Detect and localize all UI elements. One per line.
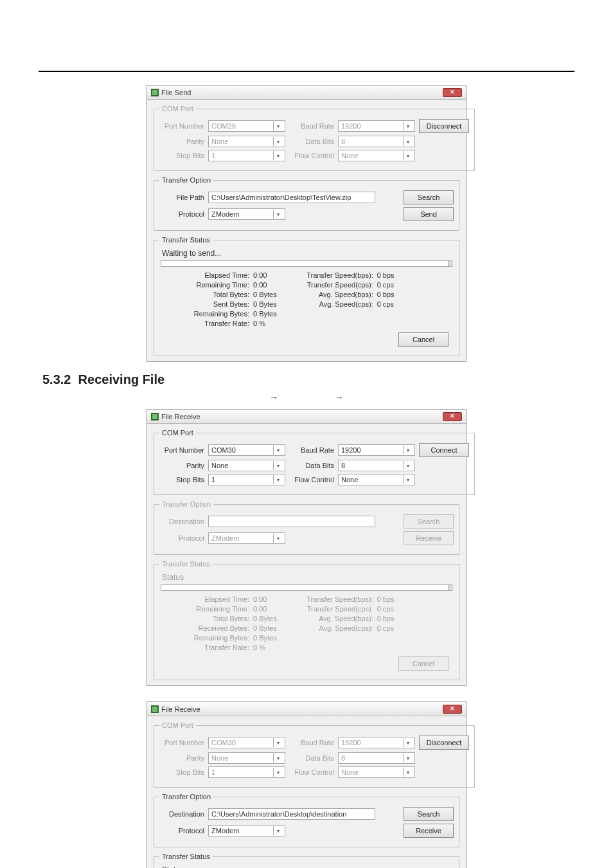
chevron-down-icon: ▾	[273, 461, 282, 470]
stats-right: Transfer Speed(bps):0 bps Transfer Speed…	[296, 595, 395, 653]
port-number-select[interactable]: COM29▾	[208, 120, 285, 132]
parity-select[interactable]: None▾	[208, 752, 285, 764]
destination-input[interactable]: C:\Users\Administrator\Desktop\destinati…	[208, 808, 375, 820]
svg-rect-5	[152, 707, 157, 712]
stop-bits-label: Stop Bits	[159, 768, 204, 776]
group-legend: Transfer Option	[159, 500, 213, 508]
search-button[interactable]: Search	[404, 514, 454, 529]
send-button[interactable]: Send	[404, 207, 454, 221]
port-number-select[interactable]: COM30▾	[208, 737, 285, 748]
file-receive-dialog: File Receive ✕ COM Port Port Number COM3…	[147, 701, 466, 868]
close-icon[interactable]: ✕	[443, 412, 462, 421]
cancel-button[interactable]: Cancel	[398, 656, 449, 671]
progress-bar	[161, 584, 452, 591]
destination-label: Destination	[159, 518, 204, 525]
protocol-label: Protocol	[159, 210, 204, 218]
dialog-title: File Receive	[161, 413, 200, 420]
app-icon	[151, 705, 159, 713]
close-icon[interactable]: ✕	[443, 88, 462, 97]
parity-label: Parity	[159, 462, 204, 469]
stop-bits-select[interactable]: 1▾	[208, 766, 285, 778]
arrow-right-icon: →	[269, 392, 278, 402]
flow-control-select[interactable]: None▾	[338, 766, 415, 778]
flow-control-select[interactable]: None▾	[338, 474, 415, 485]
com-port-group: COM Port Port Number COM29▾ Baud Rate 19…	[154, 105, 475, 171]
file-send-dialog: File Send ✕ COM Port Port Number COM29▾ …	[147, 85, 466, 362]
chevron-down-icon: ▾	[403, 461, 412, 470]
stats-left: Elapsed Time:0:00 Remaining Time:0:00 To…	[172, 595, 277, 653]
chevron-down-icon: ▾	[273, 754, 282, 763]
chevron-down-icon: ▾	[273, 826, 282, 835]
parity-select[interactable]: None▾	[208, 460, 285, 471]
port-number-label: Port Number	[159, 446, 204, 454]
baud-rate-label: Baud Rate	[289, 739, 334, 746]
titlebar[interactable]: File Send ✕	[147, 86, 466, 100]
app-icon	[151, 89, 159, 96]
baud-rate-label: Baud Rate	[289, 122, 334, 130]
port-number-select[interactable]: COM30▾	[208, 444, 285, 456]
connect-button[interactable]: Connect	[419, 443, 469, 457]
stop-bits-select[interactable]: 1▾	[208, 474, 285, 485]
disconnect-button[interactable]: Disconnect	[419, 119, 469, 133]
parity-select[interactable]: None▾	[208, 136, 285, 147]
chevron-down-icon: ▾	[273, 738, 282, 747]
close-icon[interactable]: ✕	[443, 705, 462, 714]
receive-button[interactable]: Receive	[404, 824, 454, 838]
baud-rate-select[interactable]: 19200▾	[338, 120, 415, 132]
chevron-down-icon: ▾	[403, 137, 412, 146]
data-bits-select[interactable]: 8▾	[338, 136, 415, 147]
chevron-down-icon: ▾	[273, 534, 282, 543]
flow-control-label: Flow Control	[289, 476, 334, 484]
titlebar[interactable]: File Receive ✕	[147, 702, 466, 716]
protocol-select[interactable]: ZModem▾	[208, 532, 285, 544]
status-text: Status	[162, 865, 454, 868]
baud-rate-select[interactable]: 19200▾	[338, 737, 415, 748]
parity-label: Parity	[159, 754, 204, 762]
titlebar[interactable]: File Receive ✕	[147, 410, 466, 424]
com-port-group: COM Port Port Number COM30▾ Baud Rate 19…	[154, 429, 475, 495]
chevron-down-icon: ▾	[403, 122, 412, 131]
baud-rate-label: Baud Rate	[289, 446, 334, 454]
group-legend: COM Port	[159, 105, 196, 113]
destination-label: Destination	[159, 810, 204, 818]
protocol-label: Protocol	[159, 827, 204, 835]
progress-bar	[161, 260, 452, 267]
flow-control-select[interactable]: None▾	[338, 150, 415, 161]
chevron-down-icon: ▾	[403, 754, 412, 763]
app-icon	[151, 413, 159, 420]
receive-button[interactable]: Receive	[404, 531, 454, 545]
chevron-down-icon: ▾	[273, 446, 282, 455]
group-legend: COM Port	[159, 721, 196, 729]
group-legend: Transfer Option	[159, 176, 213, 184]
data-bits-label: Data Bits	[289, 138, 334, 145]
svg-rect-3	[152, 414, 157, 419]
stop-bits-select[interactable]: 1▾	[208, 150, 285, 161]
protocol-select[interactable]: ZModem▾	[208, 825, 285, 836]
search-button[interactable]: Search	[404, 190, 454, 204]
flow-control-label: Flow Control	[289, 152, 334, 159]
stop-bits-label: Stop Bits	[159, 152, 204, 159]
transfer-option-group: Transfer Option Destination C:\Users\Adm…	[154, 793, 459, 847]
transfer-status-group: Transfer Status Status Elapsed Time:0:00…	[154, 560, 459, 680]
cancel-button[interactable]: Cancel	[398, 332, 449, 347]
chevron-down-icon: ▾	[403, 446, 412, 455]
status-text: Waiting to send...	[162, 249, 454, 258]
flow-control-label: Flow Control	[289, 768, 334, 776]
file-path-input[interactable]: C:\Users\Administrator\Desktop\TestView.…	[208, 192, 375, 203]
stop-bits-label: Stop Bits	[159, 476, 204, 484]
disconnect-button[interactable]: Disconnect	[419, 736, 469, 750]
com-port-group: COM Port Port Number COM30▾ Baud Rate 19…	[154, 721, 475, 788]
destination-input[interactable]	[208, 516, 375, 527]
protocol-select[interactable]: ZModem▾	[208, 208, 285, 220]
chevron-down-icon: ▾	[403, 738, 412, 747]
chevron-down-icon: ▾	[273, 768, 282, 777]
data-bits-select[interactable]: 8▾	[338, 460, 415, 471]
chevron-down-icon: ▾	[273, 151, 282, 160]
dialog-title: File Send	[161, 89, 191, 96]
group-legend: Transfer Option	[159, 793, 213, 800]
arrow-right-icon: →	[335, 392, 344, 402]
data-bits-select[interactable]: 8▾	[338, 752, 415, 764]
baud-rate-select[interactable]: 19200▾	[338, 444, 415, 456]
stats-left: Elapsed Time:0:00 Remaining Time:0:00 To…	[172, 271, 277, 329]
search-button[interactable]: Search	[404, 807, 454, 821]
